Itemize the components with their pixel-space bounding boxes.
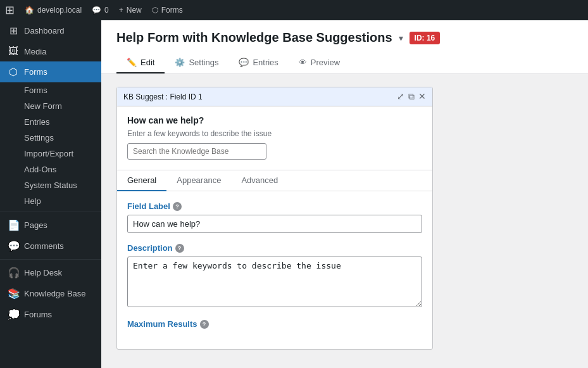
sidebar-subitem-entries[interactable]: Entries bbox=[0, 114, 101, 130]
sidebar-item-dashboard[interactable]: ⊞ Dashboard bbox=[0, 20, 101, 41]
sidebar-item-media[interactable]: 🖼 Media bbox=[0, 41, 101, 61]
wp-logo-icon[interactable]: ⊞ bbox=[5, 3, 15, 17]
forms-sidebar-icon: ⬡ bbox=[8, 66, 19, 78]
page-tabs: ✏️ Edit ⚙️ Settings 💬 Entries 👁 Preview bbox=[116, 53, 573, 73]
field-settings-body: Field Label ? Description ? Enter a few … bbox=[117, 191, 432, 349]
comments-link[interactable]: 💬 0 bbox=[92, 6, 109, 15]
pages-icon: 📄 bbox=[8, 219, 19, 231]
tab-preview[interactable]: 👁 Preview bbox=[289, 53, 350, 73]
field-preview-label: How can we help? bbox=[127, 115, 422, 125]
expand-icon[interactable]: ⤢ bbox=[397, 91, 404, 102]
edit-icon: ✏️ bbox=[127, 58, 137, 67]
site-name[interactable]: 🏠 develop.local bbox=[25, 6, 82, 15]
tab-settings[interactable]: ⚙️ Settings bbox=[165, 53, 228, 73]
sidebar-divider bbox=[0, 212, 101, 212]
field-tab-general[interactable]: General bbox=[117, 170, 166, 191]
sidebar-item-forums[interactable]: 💭 Forums bbox=[0, 304, 101, 325]
chevron-down-icon[interactable]: ▾ bbox=[399, 33, 403, 43]
comments-sidebar-icon: 💬 bbox=[8, 240, 19, 252]
field-card-header: KB Suggest : Field ID 1 ⤢ ⧉ ✕ bbox=[117, 87, 432, 106]
duplicate-icon[interactable]: ⧉ bbox=[408, 91, 415, 102]
new-link[interactable]: + New bbox=[119, 6, 142, 15]
sidebar-item-forms[interactable]: ⬡ Forms bbox=[0, 61, 101, 82]
sidebar-subitem-system-status[interactable]: System Status bbox=[0, 177, 101, 193]
entries-icon: 💬 bbox=[239, 58, 249, 67]
settings-icon: ⚙️ bbox=[175, 58, 185, 67]
dashboard-icon: ⊞ bbox=[8, 25, 19, 37]
field-tab-appearance[interactable]: Appearance bbox=[166, 170, 231, 191]
top-bar: ⊞ 🏠 develop.local 💬 0 + New ⬡ Forms bbox=[0, 0, 588, 20]
sidebar-divider-2 bbox=[0, 259, 101, 260]
sidebar-subitem-settings[interactable]: Settings bbox=[0, 130, 101, 146]
media-icon: 🖼 bbox=[8, 46, 19, 57]
sidebar-subitem-add-ons[interactable]: Add-Ons bbox=[0, 162, 101, 177]
id-badge: ID: 16 bbox=[410, 32, 441, 44]
max-results-heading: Maximum Results ? bbox=[127, 319, 422, 329]
max-results-help-icon[interactable]: ? bbox=[200, 320, 209, 329]
description-textarea[interactable]: Enter a few keywords to describe the iss… bbox=[127, 257, 422, 307]
sidebar-subitem-forms[interactable]: Forms bbox=[0, 82, 101, 98]
field-label-help-icon[interactable]: ? bbox=[173, 202, 182, 211]
knowledge-base-icon: 📚 bbox=[8, 288, 19, 300]
site-icon: 🏠 bbox=[25, 6, 34, 15]
field-preview-input[interactable] bbox=[127, 143, 266, 160]
field-card: KB Suggest : Field ID 1 ⤢ ⧉ ✕ How can we… bbox=[116, 87, 433, 350]
close-icon[interactable]: ✕ bbox=[418, 91, 426, 102]
field-preview: How can we help? Enter a few keywords to… bbox=[117, 106, 432, 170]
comments-icon: 💬 bbox=[92, 6, 101, 15]
content-area: Help Form with Knowledge Base Suggestion… bbox=[101, 20, 588, 368]
tab-edit[interactable]: ✏️ Edit bbox=[116, 53, 165, 73]
sidebar-subitem-import-export[interactable]: Import/Export bbox=[0, 146, 101, 162]
forums-icon: 💭 bbox=[8, 308, 19, 320]
field-preview-description: Enter a few keywords to describe the iss… bbox=[127, 129, 422, 138]
page-header: Help Form with Knowledge Base Suggestion… bbox=[101, 20, 588, 74]
form-editor: KB Suggest : Field ID 1 ⤢ ⧉ ✕ How can we… bbox=[101, 74, 588, 362]
field-settings-tabs: General Appearance Advanced bbox=[117, 170, 432, 191]
field-label-heading: Field Label ? bbox=[127, 201, 422, 211]
sidebar-item-knowledge-base[interactable]: 📚 Knowledge Base bbox=[0, 283, 101, 304]
field-label-input[interactable] bbox=[127, 215, 422, 233]
sidebar-item-comments[interactable]: 💬 Comments bbox=[0, 236, 101, 257]
max-results-row: Maximum Results ? bbox=[127, 319, 422, 329]
plus-icon: + bbox=[119, 6, 123, 15]
sidebar-item-help-desk[interactable]: 🎧 Help Desk bbox=[0, 262, 101, 283]
field-card-actions: ⤢ ⧉ ✕ bbox=[397, 91, 426, 102]
field-tab-advanced[interactable]: Advanced bbox=[231, 170, 288, 191]
forms-icon: ⬡ bbox=[152, 6, 158, 15]
sidebar-subitem-new-form[interactable]: New Form bbox=[0, 98, 101, 114]
sidebar: ⊞ Dashboard 🖼 Media ⬡ Forms Forms New Fo… bbox=[0, 20, 101, 368]
description-heading: Description ? bbox=[127, 243, 422, 253]
sidebar-item-pages[interactable]: 📄 Pages bbox=[0, 215, 101, 236]
page-title: Help Form with Knowledge Base Suggestion… bbox=[116, 30, 392, 45]
sidebar-subitem-help[interactable]: Help bbox=[0, 193, 101, 209]
description-row: Description ? Enter a few keywords to de… bbox=[127, 243, 422, 309]
forms-link[interactable]: ⬡ Forms bbox=[152, 6, 183, 15]
preview-icon: 👁 bbox=[299, 58, 307, 67]
field-card-title: KB Suggest : Field ID 1 bbox=[123, 92, 203, 101]
help-desk-icon: 🎧 bbox=[8, 267, 19, 279]
tab-entries[interactable]: 💬 Entries bbox=[228, 53, 288, 73]
description-help-icon[interactable]: ? bbox=[175, 244, 184, 253]
field-label-row: Field Label ? bbox=[127, 201, 422, 233]
